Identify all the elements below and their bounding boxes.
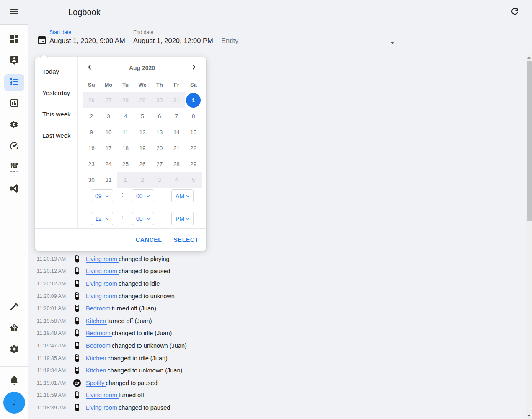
entity-link[interactable]: Kitchen — [86, 367, 107, 374]
calendar-day[interactable]: 19 — [134, 140, 151, 156]
end-minute-select[interactable]: 00 — [132, 212, 154, 225]
google-home-icon — [72, 292, 82, 301]
calendar-day[interactable]: 3 — [151, 172, 168, 188]
scrollbar[interactable] — [526, 54, 532, 419]
google-home-icon — [72, 366, 82, 375]
entity-link[interactable]: Living room — [86, 293, 119, 300]
calendar-day[interactable]: 12 — [134, 124, 151, 140]
calendar-day[interactable]: 16 — [83, 140, 100, 156]
cancel-button[interactable]: CANCEL — [136, 236, 162, 243]
sidebar-item-home-assistant[interactable] — [0, 318, 28, 339]
next-month-button[interactable] — [189, 63, 199, 73]
calendar-day[interactable]: 21 — [168, 140, 185, 156]
calendar-day[interactable]: 29 — [134, 92, 151, 108]
entity-link[interactable]: Living room — [86, 280, 119, 287]
calendar-day[interactable]: 2 — [134, 172, 151, 188]
calendar-day[interactable]: 24 — [100, 156, 117, 172]
calendar-day[interactable]: 28 — [168, 156, 185, 172]
sidebar-item-hammer[interactable] — [0, 296, 28, 318]
entity-link[interactable]: Bedroom — [86, 342, 112, 349]
sidebar-item-map[interactable] — [0, 50, 28, 72]
menu-button[interactable] — [8, 6, 20, 18]
calendar-day[interactable]: 31 — [168, 92, 185, 108]
calendar-day[interactable]: 17 — [100, 140, 117, 156]
calendar-day-selected[interactable]: 1 — [185, 92, 202, 108]
entry-text: Bedroomchanged to idle (Juan) — [86, 330, 172, 336]
end-date-field[interactable]: End date August 1, 2020, 12:00 PM — [133, 29, 214, 49]
start-minute-select[interactable]: 00 — [132, 189, 154, 202]
sidebar-item-chip[interactable] — [0, 114, 28, 136]
entry-time: 11:20:13 AM — [37, 256, 69, 262]
entity-link[interactable]: Kitchen — [86, 318, 107, 325]
entry-time: 11:19:58 AM — [37, 318, 69, 324]
scrollbar-thumb[interactable] — [527, 61, 532, 221]
calendar-day[interactable]: 27 — [100, 92, 117, 108]
entity-link[interactable]: Bedroom — [86, 330, 112, 337]
calendar-day[interactable]: 20 — [151, 140, 168, 156]
calendar-day[interactable]: 14 — [168, 124, 185, 140]
calendar-day[interactable]: 15 — [185, 124, 202, 140]
start-period-select[interactable]: AM — [171, 189, 194, 202]
entity-placeholder: Entity — [221, 37, 398, 46]
calendar-day[interactable]: 1 — [117, 172, 134, 188]
refresh-button[interactable] — [509, 6, 521, 18]
entity-link[interactable]: Living room — [86, 404, 119, 411]
calendar-day[interactable]: 6 — [151, 108, 168, 124]
calendar-day[interactable]: 4 — [117, 108, 134, 124]
entity-link[interactable]: Living room — [86, 256, 119, 263]
sidebar-item-gauge[interactable] — [0, 136, 28, 157]
entity-link[interactable]: Living room — [86, 392, 119, 399]
avatar[interactable]: J — [3, 392, 25, 414]
calendar-day[interactable]: 26 — [134, 156, 151, 172]
entry-message: changed to paused — [119, 404, 170, 411]
calendar-day[interactable]: 28 — [117, 92, 134, 108]
preset-this-week[interactable]: This week — [35, 103, 77, 125]
preset-last-week[interactable]: Last week — [35, 125, 77, 146]
calendar-day[interactable]: 4 — [168, 172, 185, 188]
sidebar-item-history[interactable] — [0, 93, 28, 114]
calendar-day[interactable]: 7 — [168, 108, 185, 124]
entity-select[interactable]: Entity — [221, 29, 398, 49]
entity-link[interactable]: Bedroom — [86, 305, 112, 312]
calendar-day[interactable]: 2 — [83, 108, 100, 124]
sidebar-item-vscode[interactable] — [0, 178, 28, 200]
calendar-day[interactable]: 5 — [185, 172, 202, 188]
prev-month-button[interactable] — [85, 63, 95, 73]
calendar-day[interactable]: 25 — [117, 156, 134, 172]
google-home-icon — [72, 391, 82, 400]
preset-today[interactable]: Today — [35, 61, 77, 82]
sidebar-item-logbook[interactable] — [0, 72, 28, 93]
entity-link[interactable]: Spotify — [86, 380, 106, 387]
calendar-day[interactable]: 30 — [151, 92, 168, 108]
end-hour-select[interactable]: 12 — [91, 212, 113, 225]
calendar-day[interactable]: 5 — [134, 108, 151, 124]
sidebar-item-hacs[interactable]: HACS — [0, 157, 28, 178]
sidebar-item-dashboard[interactable] — [0, 29, 28, 50]
sidebar-item-notifications[interactable] — [0, 371, 28, 391]
entity-link[interactable]: Kitchen — [86, 355, 107, 362]
calendar-days: 2627282930311234567891011121314151617181… — [83, 92, 202, 188]
start-date-field[interactable]: Start date August 1, 2020, 9:00 AM — [49, 29, 129, 49]
calendar-day[interactable]: 26 — [83, 92, 100, 108]
calendar-day[interactable]: 13 — [151, 124, 168, 140]
calendar-day[interactable]: 31 — [100, 172, 117, 188]
calendar-day[interactable]: 10 — [100, 124, 117, 140]
sidebar-item-gear[interactable] — [0, 339, 28, 360]
calendar-day[interactable]: 29 — [185, 156, 202, 172]
calendar-day[interactable]: 27 — [151, 156, 168, 172]
calendar-day[interactable]: 9 — [83, 124, 100, 140]
select-button[interactable]: SELECT — [174, 236, 199, 243]
calendar-day[interactable]: 18 — [117, 140, 134, 156]
calendar-day[interactable]: 8 — [185, 108, 202, 124]
scroll-down-icon[interactable] — [527, 415, 531, 417]
end-period-select[interactable]: PM — [171, 212, 194, 225]
calendar-day[interactable]: 23 — [83, 156, 100, 172]
start-hour-select[interactable]: 09 — [91, 189, 113, 202]
calendar-day[interactable]: 30 — [83, 172, 100, 188]
scroll-up-icon[interactable] — [527, 56, 531, 59]
calendar-day[interactable]: 11 — [117, 124, 134, 140]
calendar-day[interactable]: 3 — [100, 108, 117, 124]
entity-link[interactable]: Living room — [86, 268, 119, 275]
preset-yesterday[interactable]: Yesterday — [35, 82, 77, 103]
calendar-day[interactable]: 22 — [185, 140, 202, 156]
